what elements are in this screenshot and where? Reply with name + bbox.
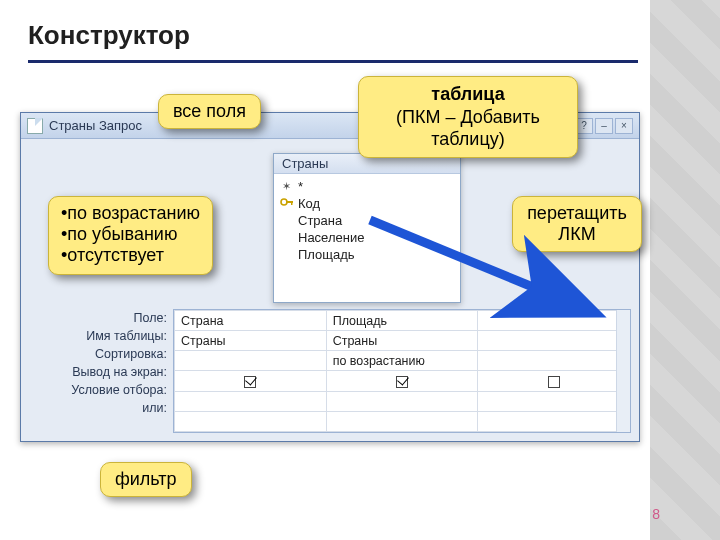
label-table: Имя таблицы: [29,327,173,345]
title-underline [28,60,638,63]
cell-sort[interactable] [175,351,327,371]
label-field: Поле: [29,309,173,327]
cell-sort[interactable]: по возрастанию [326,351,478,371]
cell-field[interactable] [478,311,630,331]
callout-add-table: таблица (ПКМ – Добавить таблицу) [358,76,578,158]
cell-or[interactable] [326,411,478,431]
grid-vertical-scrollbar[interactable] [616,310,630,432]
table-fieldlist[interactable]: Страны ✶* Код Страна Население Площадь [273,153,461,303]
cell-table[interactable]: Страны [326,331,478,351]
field-item[interactable]: Население [298,229,450,246]
page-number: 8 [652,506,660,522]
cell-table[interactable]: Страны [175,331,327,351]
checkbox-checked-icon [396,376,408,388]
checkbox-checked-icon [244,376,256,388]
cell-sort[interactable] [478,351,630,371]
field-item[interactable]: Площадь [298,246,450,263]
cell-field[interactable]: Страна [175,311,327,331]
callout-all-fields: все поля [158,94,261,129]
callout-filter: фильтр [100,462,192,497]
field-item-key[interactable]: Код [298,195,450,212]
label-show: Вывод на экран: [29,363,173,381]
cell-table[interactable] [478,331,630,351]
callout-sort-options: •по возрастанию •по убыванию •отсутствуе… [48,196,213,275]
window-title: Страны Запрос [49,118,142,133]
label-sort: Сортировка: [29,345,173,363]
cell-criteria[interactable] [175,391,327,411]
cell-or[interactable] [175,411,327,431]
sort-option: •по возрастанию [61,203,200,224]
window-minimize-button[interactable]: – [595,118,613,134]
page-title: Конструктор [28,20,190,51]
checkbox-empty-icon [548,376,560,388]
cell-field[interactable]: Площадь [326,311,478,331]
asterisk-icon: ✶ [282,180,291,193]
grid-row-labels: Поле: Имя таблицы: Сортировка: Вывод на … [29,309,173,433]
key-icon [280,197,294,207]
label-criteria: Условие отбора: [29,381,173,399]
decorative-diamond-strip [650,0,720,540]
cell-show[interactable] [175,371,327,391]
document-icon [27,118,43,134]
sort-option: •по убыванию [61,224,200,245]
cell-or[interactable] [478,411,630,431]
callout-drag: перетащить ЛКМ [512,196,642,252]
field-item-all[interactable]: ✶* [298,178,450,195]
designer-body: Страны ✶* Код Страна Население Площадь П… [21,139,639,441]
label-or: или: [29,399,173,417]
sort-option: •отсутствует [61,245,200,266]
cell-show[interactable] [478,371,630,391]
svg-rect-2 [291,201,293,205]
field-item[interactable]: Страна [298,212,450,229]
qbe-grid[interactable]: Страна Площадь Страны Страны по возраста… [173,309,631,433]
cell-criteria[interactable] [326,391,478,411]
cell-show[interactable] [326,371,478,391]
cell-criteria[interactable] [478,391,630,411]
query-designer-window: Страны Запрос ? – × Страны ✶* Код Страна… [20,112,640,442]
window-close-button[interactable]: × [615,118,633,134]
